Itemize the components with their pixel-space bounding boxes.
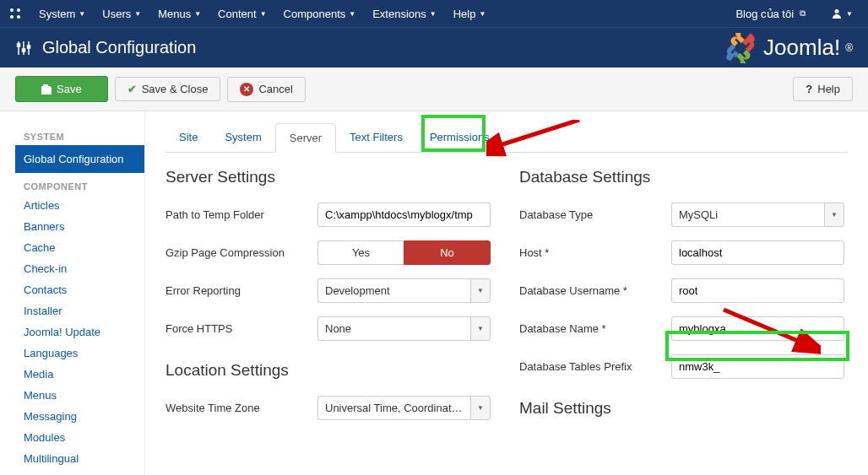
sidebar-item-global[interactable]: Global Configuration	[15, 145, 144, 173]
svg-rect-8	[18, 44, 20, 46]
page-header: Global Configuration Joomla!®	[0, 27, 868, 67]
field-db-type: Database Type MySQLi ▼	[519, 202, 848, 227]
input-temp-path[interactable]	[317, 202, 491, 227]
select-db-type[interactable]: MySQLi ▼	[671, 202, 844, 227]
help-button[interactable]: ? Help	[793, 77, 853, 101]
sidebar-item[interactable]: Modules	[15, 427, 144, 448]
select-timezone[interactable]: Universal Time, Coordinated ... ▼	[317, 396, 491, 420]
save-button[interactable]: Save	[15, 76, 108, 102]
toggle-gzip-yes[interactable]: Yes	[317, 240, 404, 265]
menu-help[interactable]: Help▼	[447, 3, 493, 25]
sidebar-item[interactable]: Multilingual	[15, 448, 144, 469]
field-error: Error Reporting Development ▼	[165, 278, 494, 303]
menu-system[interactable]: System▼	[32, 3, 92, 25]
label-db-name: Database Name *	[519, 322, 671, 335]
menu-menus[interactable]: Menus▼	[151, 3, 208, 25]
caret-down-icon[interactable]: ▼	[470, 396, 491, 420]
field-db-user: Database Username *	[519, 278, 848, 303]
menu-content[interactable]: Content▼	[211, 3, 273, 25]
sidebar-item[interactable]: Cache	[15, 237, 144, 258]
sidebar: SYSTEM Global Configuration COMPONENT Ar…	[0, 111, 145, 475]
label-timezone: Website Time Zone	[165, 402, 317, 414]
caret-down-icon: ▼	[260, 10, 267, 18]
external-link-icon: ⧉	[800, 8, 806, 19]
sidebar-item[interactable]: Articles	[15, 195, 144, 216]
col-left: Server Settings Path to Temp Folder Gzip…	[165, 168, 494, 433]
mail-settings-heading: Mail Settings	[519, 399, 848, 418]
sidebar-item[interactable]: Banners	[15, 216, 144, 237]
save-close-button[interactable]: ✔ Save & Close	[115, 77, 221, 101]
sidebar-item[interactable]: Contacts	[15, 279, 144, 300]
joomla-logo-icon	[723, 33, 758, 63]
svg-rect-10	[28, 46, 30, 48]
top-right: Blog của tôi⧉ ▼	[729, 3, 860, 25]
caret-down-icon[interactable]: ▼	[470, 316, 491, 341]
svg-line-11	[495, 120, 579, 147]
toggle-gzip: Yes No	[317, 240, 491, 265]
user-menu[interactable]: ▼	[824, 3, 860, 24]
input-db-user[interactable]	[671, 278, 844, 303]
tab-text-filters[interactable]: Text Filters	[336, 123, 416, 152]
input-db-host[interactable]	[671, 240, 844, 265]
caret-down-icon: ▼	[479, 10, 486, 18]
menu-users[interactable]: Users▼	[95, 3, 148, 25]
joomla-brand: Joomla!®	[723, 33, 853, 63]
sidebar-item[interactable]: Languages	[15, 343, 144, 364]
svg-point-1	[17, 8, 20, 12]
select-error[interactable]: Development ▼	[317, 278, 491, 303]
sliders-icon	[15, 40, 32, 57]
label-temp-path: Path to Temp Folder	[165, 208, 317, 221]
server-settings-heading: Server Settings	[165, 168, 494, 186]
select-https[interactable]: None ▼	[317, 316, 491, 341]
field-gzip: Gzip Page Compression Yes No	[165, 240, 494, 265]
svg-point-4	[835, 9, 839, 13]
location-settings-heading: Location Settings	[165, 361, 494, 380]
columns: Server Settings Path to Temp Folder Gzip…	[165, 168, 848, 433]
cancel-button[interactable]: ✕ Cancel	[227, 77, 305, 102]
label-db-prefix: Database Tables Prefix	[519, 360, 671, 373]
joomla-icon[interactable]	[8, 7, 22, 20]
tab-server[interactable]: Server	[275, 123, 336, 153]
help-icon: ?	[806, 83, 812, 95]
sidebar-head-system: SYSTEM	[15, 128, 144, 145]
field-db-prefix: Database Tables Prefix	[519, 354, 848, 379]
tab-permissions[interactable]: Permissions	[416, 123, 503, 152]
input-db-prefix[interactable]	[671, 354, 844, 379]
field-db-name: Database Name *	[519, 316, 848, 341]
menu-extensions[interactable]: Extensions▼	[366, 3, 443, 25]
sidebar-item[interactable]: Installer	[15, 300, 144, 321]
top-menubar: System▼ Users▼ Menus▼ Content▼ Component…	[0, 0, 868, 27]
tabs: Site System Server Text Filters Permissi…	[165, 123, 848, 153]
sidebar-head-component: COMPONENT	[15, 178, 144, 195]
label-https: Force HTTPS	[165, 322, 317, 335]
label-db-type: Database Type	[519, 208, 671, 221]
input-db-name[interactable]	[671, 316, 844, 341]
site-link[interactable]: Blog của tôi⧉	[729, 3, 812, 25]
sidebar-item[interactable]: Media	[15, 364, 144, 385]
label-db-user: Database Username *	[519, 284, 671, 297]
label-db-host: Host *	[519, 246, 671, 259]
label-gzip: Gzip Page Compression	[165, 246, 317, 259]
toggle-gzip-no[interactable]: No	[404, 240, 491, 265]
tab-site[interactable]: Site	[165, 123, 211, 152]
content: Site System Server Text Filters Permissi…	[145, 111, 868, 475]
apply-icon	[41, 84, 52, 94]
sidebar-item[interactable]: Menus	[15, 385, 144, 406]
sidebar-item[interactable]: Check-in	[15, 258, 144, 279]
sidebar-item[interactable]: Messaging	[15, 406, 144, 427]
user-icon	[831, 8, 843, 19]
caret-down-icon[interactable]: ▼	[470, 278, 491, 303]
field-timezone: Website Time Zone Universal Time, Coordi…	[165, 395, 494, 420]
caret-down-icon: ▼	[430, 10, 437, 18]
sidebar-item[interactable]: Joomla! Update	[15, 321, 144, 343]
col-right: Database Settings Database Type MySQLi ▼…	[519, 168, 848, 433]
label-error: Error Reporting	[165, 284, 317, 297]
caret-down-icon: ▼	[846, 10, 853, 18]
caret-down-icon: ▼	[134, 10, 141, 18]
close-icon: ✕	[240, 83, 253, 96]
menu-components[interactable]: Components▼	[277, 3, 363, 25]
caret-down-icon[interactable]: ▼	[824, 202, 844, 227]
check-icon: ✔	[127, 83, 137, 95]
svg-rect-9	[23, 49, 25, 51]
tab-system[interactable]: System	[211, 123, 274, 152]
